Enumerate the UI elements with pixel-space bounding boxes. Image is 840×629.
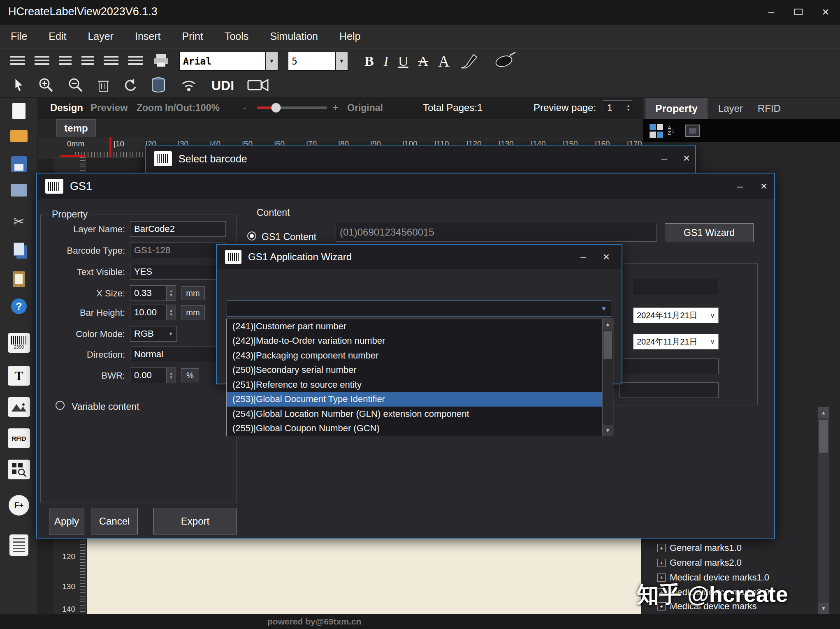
export-button[interactable]: Export [153,508,237,534]
tree-item-general-marks2[interactable]: + General marks2.0 [657,557,742,568]
ink-brush-icon[interactable] [493,51,517,71]
sort-az-icon[interactable]: AZ ↓ [668,126,675,136]
list-scrollbar[interactable]: ▲ ▼ [602,319,613,436]
gs1-content-radio[interactable] [247,231,256,240]
scrollbar-thumb[interactable] [603,331,612,359]
combo-dropdown-icon[interactable]: ▼ [597,305,611,312]
barcode-type-input[interactable]: GS1-128 [130,243,226,258]
date-picker-1[interactable]: 2024年11月21日 ∨ [633,308,719,323]
gs1-wizard-button[interactable]: GS1 Wizard [665,223,754,242]
color-mode-select[interactable]: RGB ▼ [130,326,177,342]
text-visible-input[interactable]: YES [130,264,226,280]
document-list-icon[interactable] [9,534,28,556]
list-item-241[interactable]: (241)|Customer part number [227,319,602,334]
close-button[interactable]: × [677,150,696,167]
paste-icon[interactable] [13,271,25,287]
font-family-select[interactable]: Arial ▼ [179,52,278,71]
document-tab-temp[interactable]: temp [56,119,96,137]
x-size-input[interactable]: 0.33 [130,285,166,301]
rfid-tool-icon[interactable]: RFID [8,428,30,448]
udi-button[interactable]: UDI [211,78,234,93]
align-right-icon[interactable] [35,56,49,67]
preview-page-spinner[interactable]: 1 ▲▼ [603,100,632,115]
list-item-254[interactable]: (254)|Global Location Number (GLN) exten… [227,407,602,421]
x-size-spin-buttons[interactable]: ▲▼ [166,285,176,301]
close-button[interactable]: × [816,3,835,21]
ai-combo-box[interactable]: ▼ [227,300,611,317]
strikethrough-button[interactable]: A [418,53,429,69]
list-item-250[interactable]: (250)|Secondary serial number [227,363,602,378]
justify-icon[interactable] [104,56,118,67]
minimize-button[interactable]: – [762,3,781,21]
minimize-button[interactable]: – [655,150,674,167]
scroll-down-icon[interactable]: ▼ [603,425,613,436]
barcode-tool-icon[interactable]: 2390 [8,333,30,353]
bar-height-input[interactable]: 10.00 [130,305,166,320]
save-icon[interactable] [11,156,27,172]
brush-icon[interactable] [459,51,483,71]
menu-tools[interactable]: Tools [225,30,248,42]
maximize-button[interactable] [789,3,808,21]
original-button[interactable]: Original [347,102,383,113]
bwr-input[interactable]: 0.00 [130,368,166,383]
camera-icon[interactable] [247,78,270,94]
tab-design[interactable]: Design [50,102,83,113]
menu-file[interactable]: File [11,30,27,42]
menu-print[interactable]: Print [182,30,203,42]
cut-icon[interactable]: ✂ [14,214,25,229]
new-document-icon[interactable] [12,103,26,119]
layer-name-input[interactable]: BarCode2 [130,221,226,237]
zoom-minus-button[interactable]: - [243,101,246,114]
expand-icon[interactable]: + [657,559,666,567]
font-color-button[interactable]: A [438,52,449,70]
extra-input-1[interactable] [633,279,719,295]
list-item-255[interactable]: (255)|Global Coupon Number (GCN) [227,421,602,436]
scroll-up-icon[interactable]: ▲ [818,407,829,418]
text-tool-icon[interactable]: T [8,366,30,386]
list-item-243[interactable]: (243)|Packaging component number [227,348,602,363]
bwr-spin-buttons[interactable]: ▲▼ [166,368,176,383]
categorized-view-icon[interactable] [650,124,664,138]
menu-help[interactable]: Help [339,30,360,42]
database-icon[interactable] [151,76,166,95]
menu-layer[interactable]: Layer [88,30,114,42]
tab-layer[interactable]: Layer [708,103,754,114]
gs1-content-input[interactable]: (01)06901234560015 [336,223,657,242]
outdent-icon[interactable] [81,56,94,67]
zoom-out-icon[interactable] [67,77,84,95]
tab-preview[interactable]: Preview [90,102,128,113]
align-center-icon[interactable] [128,56,143,67]
copy-icon[interactable] [14,243,24,256]
list-item-253-selected[interactable]: (253)|Global Document Type Identifier [227,392,602,407]
tab-property[interactable]: Property [645,98,708,119]
minimize-button[interactable]: – [574,248,593,266]
expand-icon[interactable]: + [657,544,666,552]
extra-input-3[interactable] [620,382,719,398]
scroll-down-icon[interactable]: ▼ [818,603,829,614]
direction-input[interactable]: Normal [130,347,226,362]
close-button[interactable]: × [597,248,616,266]
close-button[interactable]: × [754,178,773,195]
cursor-icon[interactable] [14,78,25,94]
bar-height-spin-buttons[interactable]: ▲▼ [166,305,176,320]
extra-input-2[interactable] [620,358,719,374]
right-panel-scrollbar[interactable]: ▲ ▼ [818,407,829,614]
menu-simulation[interactable]: Simulation [270,30,318,42]
preview-page-spin-icons[interactable]: ▲▼ [627,104,632,112]
wifi-icon[interactable] [179,77,198,95]
bold-button[interactable]: B [364,53,374,69]
tree-item-general-marks1[interactable]: + General marks1.0 [657,543,742,553]
scroll-up-icon[interactable]: ▲ [603,319,613,330]
tab-rfid[interactable]: RFID [754,103,785,114]
align-left-icon[interactable] [10,56,25,67]
font-size-select[interactable]: 5 ▼ [288,52,348,71]
indent-icon[interactable] [59,56,72,67]
menu-insert[interactable]: Insert [135,30,161,42]
menu-edit[interactable]: Edit [49,30,66,42]
zoom-in-icon[interactable] [38,77,54,95]
list-item-242[interactable]: (242)|Made-to-Order variation number [227,334,602,349]
help-icon[interactable]: ? [11,298,27,314]
apply-button[interactable]: Apply [49,508,84,534]
zoom-slider-handle[interactable] [271,103,281,113]
delete-icon[interactable] [97,78,109,94]
